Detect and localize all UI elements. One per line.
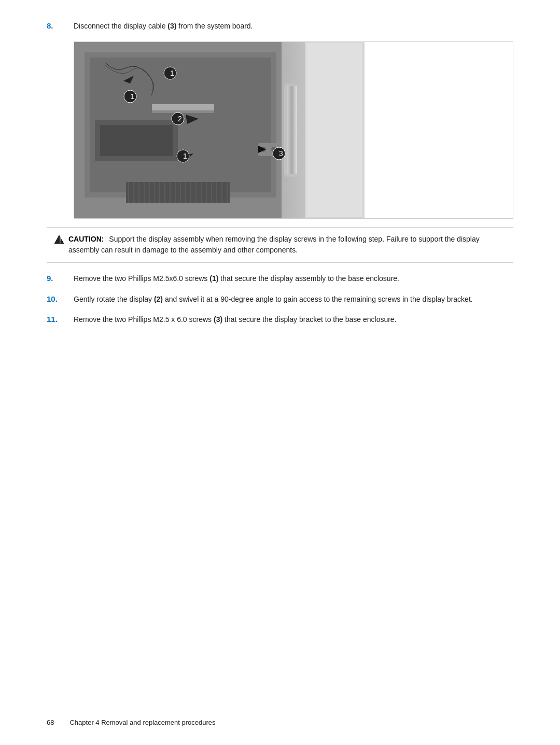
- step-8-text: Disconnect the display cable (3) from th…: [74, 21, 253, 32]
- page-footer: 68 Chapter 4 Removal and replacement pro…: [47, 719, 513, 726]
- svg-rect-29: [152, 110, 214, 113]
- svg-text:1: 1: [170, 69, 174, 77]
- svg-rect-6: [100, 125, 173, 156]
- step-8-svg: 1 1 2 1 3: [74, 42, 365, 218]
- step-9-text: Remove the two Phillips M2.5x6.0 screws …: [74, 273, 399, 285]
- svg-text:1: 1: [183, 152, 187, 160]
- page: 8. Disconnect the display cable (3) from…: [0, 0, 560, 745]
- svg-rect-28: [152, 104, 214, 110]
- step-11-number: 11.: [47, 314, 74, 324]
- step-8-text-before: Disconnect the display cable: [74, 22, 167, 30]
- step-8: 8. Disconnect the display cable (3) from…: [47, 21, 513, 32]
- svg-rect-7: [126, 182, 230, 203]
- step-8-image-container: 1 1 2 1 3: [74, 41, 513, 219]
- step-9-text-after: that secure the display assembly to the …: [218, 274, 399, 283]
- footer-chapter-text: Chapter 4 Removal and replacement proced…: [69, 719, 215, 726]
- svg-text:2: 2: [178, 115, 182, 123]
- caution-text: Support the display assembly when removi…: [68, 235, 480, 255]
- caution-icon-svg: !: [54, 234, 64, 245]
- svg-text:1: 1: [130, 92, 134, 101]
- caution-label: CAUTION:: [68, 235, 104, 243]
- step-10: 10. Gently rotate the display (2) and sw…: [47, 294, 513, 305]
- caution-box: ! CAUTION: Support the display assembly …: [47, 227, 513, 263]
- step-11-bold: (3): [214, 315, 222, 324]
- caution-triangle-icon: !: [54, 234, 64, 246]
- step-10-text-after: and swivel it at a 90-degree angle to ga…: [163, 295, 473, 303]
- step-10-text: Gently rotate the display (2) and swivel…: [74, 294, 473, 305]
- step-9-text-before: Remove the two Phillips M2.5x6.0 screws: [74, 274, 209, 283]
- step-8-text-after: from the system board.: [176, 22, 253, 30]
- step-11-text-after: that secure the display bracket to the b…: [222, 315, 396, 324]
- step-11-text: Remove the two Phillips M2.5 x 6.0 screw…: [74, 314, 397, 326]
- step-8-number: 8.: [47, 21, 74, 30]
- caution-content: CAUTION: Support the display assembly wh…: [68, 234, 506, 256]
- step-9: 9. Remove the two Phillips M2.5x6.0 scre…: [47, 273, 513, 285]
- step-11: 11. Remove the two Phillips M2.5 x 6.0 s…: [47, 314, 513, 326]
- step-10-text-before: Gently rotate the display: [74, 295, 154, 303]
- step-9-number: 9.: [47, 273, 74, 283]
- step-9-bold: (1): [209, 274, 218, 283]
- svg-rect-39: [306, 43, 362, 217]
- step-11-text-before: Remove the two Phillips M2.5 x 6.0 screw…: [74, 315, 214, 324]
- footer-page-number: 68: [47, 719, 54, 726]
- step-10-number: 10.: [47, 294, 74, 303]
- svg-rect-37: [287, 86, 297, 174]
- step-8-bold: (3): [167, 22, 176, 30]
- step-10-bold: (2): [154, 295, 163, 303]
- step-8-image: 1 1 2 1 3: [74, 42, 365, 218]
- svg-text:3: 3: [279, 149, 283, 158]
- svg-text:!: !: [59, 236, 61, 244]
